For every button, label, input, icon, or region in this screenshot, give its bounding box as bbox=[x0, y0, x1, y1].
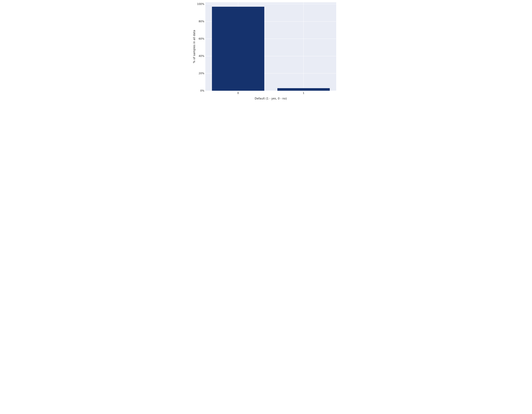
y-tick-label: 20% bbox=[199, 72, 204, 75]
x-tick-label: 0 bbox=[237, 92, 239, 95]
gridline-h bbox=[205, 4, 336, 4]
x-axis-label: Default (1 - yes, 0 - no) bbox=[255, 97, 287, 100]
bar bbox=[277, 88, 330, 91]
x-tick-label: 1 bbox=[303, 92, 304, 95]
y-axis-label: % of samples in all data bbox=[193, 30, 196, 63]
y-tick-label: 0% bbox=[200, 89, 204, 92]
y-tick-label: 40% bbox=[199, 55, 204, 58]
y-tick-label: 60% bbox=[199, 37, 204, 40]
plot-area bbox=[205, 2, 336, 91]
bar bbox=[212, 7, 264, 91]
y-tick-label: 100% bbox=[197, 2, 204, 6]
chart-figure: 0% 20% 40% 60% 80% 100% 0 1 % of samples… bbox=[191, 0, 341, 103]
y-tick-label: 80% bbox=[199, 20, 204, 23]
gridline-v bbox=[304, 2, 304, 91]
